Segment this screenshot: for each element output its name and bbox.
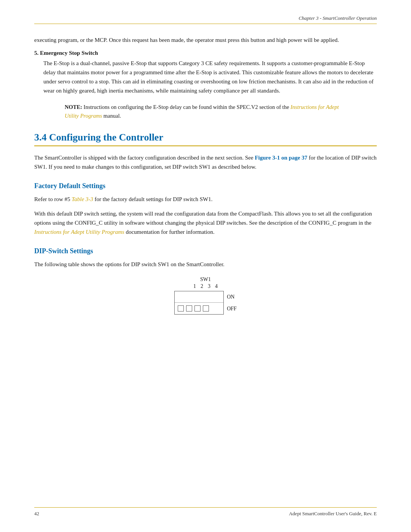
note-text: NOTE: Instructions on configuring the E-…	[65, 103, 346, 120]
emergency-stop-section: 5. Emergency Stop Switch The E-Stop is a…	[34, 50, 377, 120]
dip-off-label: OFF	[227, 303, 237, 315]
dip-square-2	[186, 305, 192, 312]
dip-square-1	[178, 305, 184, 312]
dip-on-label: ON	[227, 291, 237, 303]
utility-programs-link[interactable]: Instructions for Adept Utility Programs	[34, 229, 124, 235]
page-footer: 42 Adept SmartController User's Guide, R…	[34, 507, 377, 517]
factory-para1-part2: for the factory default settings for DIP…	[95, 196, 213, 202]
emergency-stop-title: 5. Emergency Stop Switch	[34, 50, 377, 56]
factory-default-heading-text: Factory Default Settings	[34, 182, 105, 190]
dip-num-3: 3	[208, 283, 210, 289]
dip-num-1: 1	[193, 283, 196, 289]
dip-switch-heading: DIP-Switch Settings	[34, 247, 377, 255]
dip-switch-box	[174, 291, 224, 315]
note-label: NOTE:	[65, 104, 82, 110]
dip-off-row	[175, 303, 223, 314]
section-34-heading: 3.4 Configuring the Controller	[34, 132, 377, 146]
doc-title: Adept SmartController User's Guide, Rev.…	[289, 511, 377, 517]
chapter-header: Chapter 3 - SmartController Operation	[299, 15, 377, 21]
dip-num-2: 2	[201, 283, 203, 289]
note-text-part1: Instructions on configuring the E-Stop d…	[84, 104, 291, 110]
dip-num-4: 4	[215, 283, 218, 289]
dip-sw1-label: SW1	[164, 276, 247, 283]
dip-side-labels: ON OFF	[224, 291, 237, 315]
emergency-stop-paragraph: The E-Stop is a dual-channel, passive E-…	[43, 59, 377, 95]
table-link[interactable]: Table 3-3	[72, 196, 93, 202]
item-title-text: Emergency Stop Switch	[40, 50, 98, 56]
dip-numbers: 1 2 3 4	[164, 283, 247, 289]
note-block: NOTE: Instructions on configuring the E-…	[65, 103, 346, 120]
dip-switch-container: ON OFF	[167, 291, 244, 315]
dip-switch-heading-text: DIP-Switch Settings	[34, 247, 93, 255]
factory-para1-part1: Refer to row #5	[34, 196, 72, 202]
intro-paragraph: executing program, or the MCP. Once this…	[34, 35, 377, 45]
factory-default-para2: With this default DIP switch setting, th…	[34, 209, 377, 236]
page-number: 42	[34, 511, 39, 517]
item-number: 5.	[34, 50, 38, 56]
section-34-intro: The SmartController is shipped with the …	[34, 153, 377, 171]
factory-para2-part2: documentation for further information.	[126, 229, 214, 235]
page: Chapter 3 - SmartController Operation ex…	[0, 0, 411, 532]
page-header: Chapter 3 - SmartController Operation	[34, 15, 377, 24]
note-text-part2: manual.	[104, 113, 121, 119]
dip-switch-para1: The following table shows the options fo…	[34, 260, 377, 269]
dip-on-row	[175, 291, 223, 303]
factory-para2-part1: With this default DIP switch setting, th…	[34, 211, 372, 226]
dip-switch-diagram: SW1 1 2 3 4 ON OFF	[164, 276, 247, 315]
factory-default-heading: Factory Default Settings	[34, 182, 377, 190]
dip-square-4	[203, 305, 209, 312]
figure-link[interactable]: Figure 3-1 on page 37	[255, 155, 307, 161]
section-34-para-part1: The SmartController is shipped with the …	[34, 155, 255, 161]
factory-default-para1: Refer to row #5 Table 3-3 for the factor…	[34, 195, 377, 204]
dip-square-3	[194, 305, 201, 312]
section-34-heading-text: 3.4 Configuring the Controller	[34, 132, 163, 143]
